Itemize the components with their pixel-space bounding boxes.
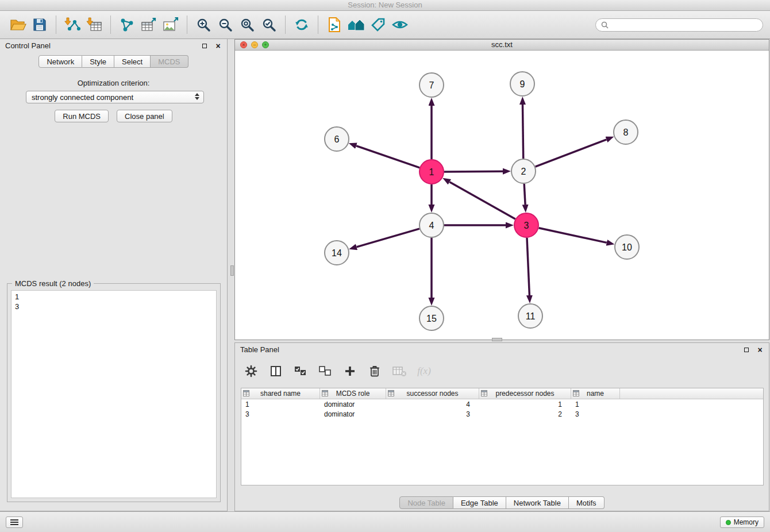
graph-node-1[interactable]: 1 [419, 160, 444, 184]
splitter-grip-vertical[interactable] [230, 265, 234, 276]
graph-edge-3-11[interactable] [527, 238, 529, 295]
graph-node-label: 2 [521, 167, 526, 176]
column-header-name[interactable]: name [571, 388, 620, 399]
memory-button[interactable]: Memory [720, 516, 764, 528]
graph-node-2[interactable]: 2 [511, 159, 536, 183]
show-columns-button[interactable] [268, 363, 284, 379]
float-window-icon [202, 44, 207, 48]
delete-table-button[interactable] [391, 363, 407, 379]
graph-edge-1-2[interactable] [444, 171, 503, 172]
column-header-label: MCDS role [336, 390, 370, 398]
graph-edge-4-14[interactable] [357, 229, 419, 247]
tab-style[interactable]: Style [82, 55, 114, 68]
table-settings-button[interactable] [243, 363, 259, 379]
graph-edge-2-9[interactable] [523, 105, 523, 159]
float-window-icon [744, 348, 749, 352]
zoom-fit-icon [240, 17, 255, 32]
table-tab-network-table[interactable]: Network Table [506, 496, 569, 509]
optimization-criterion-select[interactable]: strongly connected component [26, 91, 204, 103]
table-row[interactable]: 1dominator411 [241, 399, 763, 409]
function-builder-button[interactable]: f(x) [416, 363, 432, 379]
open-session-button[interactable] [7, 13, 29, 36]
network-window-title: scc.txt [491, 40, 513, 49]
graph-node-label: 15 [426, 314, 437, 323]
float-table-panel-button[interactable] [742, 346, 750, 354]
run-mcds-button[interactable]: Run MCDS [55, 110, 109, 122]
graph-node-3[interactable]: 3 [514, 213, 538, 237]
graph-node-6[interactable]: 6 [325, 127, 349, 151]
column-header-MCDS-role[interactable]: MCDS role [320, 388, 386, 399]
zoom-selected-button[interactable] [258, 13, 280, 36]
deselect-all-button[interactable] [317, 363, 333, 379]
table-tab-edge-table[interactable]: Edge Table [453, 496, 506, 509]
search-box[interactable] [595, 18, 763, 32]
import-table-button[interactable] [83, 13, 105, 36]
graph-edge-2-8[interactable] [536, 140, 607, 167]
node-table: shared nameMCDS rolesuccessor nodesprede… [241, 388, 764, 485]
column-header-shared-name[interactable]: shared name [241, 388, 320, 399]
export-image-button[interactable] [160, 13, 182, 36]
network-canvas[interactable]: 7968124314101511 [235, 51, 769, 340]
close-mcds-panel-button[interactable]: Close panel [117, 110, 172, 122]
tab-mcds[interactable]: MCDS [151, 55, 188, 68]
zoom-in-button[interactable] [192, 13, 214, 36]
column-header-predecessor-nodes[interactable]: predecessor nodes [479, 388, 571, 399]
table-cell: dominator [320, 400, 386, 408]
column-header-successor-nodes[interactable]: successor nodes [386, 388, 479, 399]
minimize-window-icon[interactable]: − [251, 41, 258, 48]
zoom-fit-button[interactable] [236, 13, 258, 36]
export-network-button[interactable] [324, 13, 345, 36]
refresh-view-button[interactable] [291, 13, 313, 36]
graph-node-9[interactable]: 9 [510, 72, 534, 96]
graph-edge-3-1[interactable] [449, 182, 515, 219]
graph-node-15[interactable]: 15 [419, 306, 444, 330]
search-input[interactable] [611, 21, 757, 29]
search-icon [601, 21, 609, 29]
column-header-label: shared name [260, 390, 301, 398]
float-panel-button[interactable] [201, 43, 208, 50]
home-button[interactable] [345, 13, 367, 36]
tab-select[interactable]: Select [114, 55, 151, 68]
network-window-titlebar[interactable]: × − + scc.txt [235, 40, 769, 51]
control-panel: Control Panel × NetworkStyleSelectMCDS O… [0, 39, 228, 511]
export-table-icon [141, 17, 157, 32]
graph-edge-3-10[interactable] [539, 228, 607, 243]
save-session-button[interactable] [29, 13, 51, 36]
graph-node-14[interactable]: 14 [325, 241, 349, 265]
graph-node-label: 11 [526, 311, 536, 321]
zoom-in-icon [196, 17, 211, 32]
table-tab-node-table[interactable]: Node Table [399, 496, 453, 509]
table-tabs: Node TableEdge TableNetwork TableMotifs [235, 496, 769, 509]
export-table-button[interactable] [138, 13, 160, 36]
tab-network[interactable]: Network [38, 55, 82, 68]
mcds-result-list[interactable]: 13 [11, 290, 217, 498]
zoom-out-button[interactable] [214, 13, 236, 36]
column-type-icon [322, 390, 328, 396]
close-table-panel-button[interactable]: × [756, 346, 764, 354]
delete-column-button[interactable] [367, 363, 383, 379]
select-all-button[interactable] [292, 363, 309, 379]
import-network-button[interactable] [61, 13, 83, 36]
graph-node-7[interactable]: 7 [419, 73, 444, 97]
graph-edge-2-3[interactable] [524, 184, 525, 205]
memory-label: Memory [734, 518, 759, 526]
table-row[interactable]: 3dominator323 [241, 409, 763, 419]
graph-node-11[interactable]: 11 [518, 304, 542, 328]
graph-node-8[interactable]: 8 [614, 120, 638, 144]
table-cell: 3 [386, 410, 479, 418]
maximize-window-icon[interactable]: + [262, 41, 269, 48]
show-hide-graphics-button[interactable] [389, 13, 411, 36]
table-tab-motifs[interactable]: Motifs [569, 496, 605, 509]
add-column-button[interactable] [342, 363, 358, 379]
close-panel-button[interactable]: × [214, 43, 222, 50]
table-toolbar: f(x) [243, 359, 432, 383]
graph-node-10[interactable]: 10 [615, 235, 639, 259]
panel-menu-button[interactable] [6, 516, 23, 528]
apply-style-button[interactable] [367, 13, 389, 36]
close-window-icon[interactable]: × [240, 41, 247, 48]
graph-node-4[interactable]: 4 [419, 213, 444, 237]
new-network-button[interactable] [116, 13, 138, 36]
graph-edge-1-6[interactable] [356, 146, 419, 168]
network-view-window: × − + scc.txt 7968124314101511 [234, 39, 769, 340]
splitter-grip-horizontal[interactable] [492, 338, 502, 341]
